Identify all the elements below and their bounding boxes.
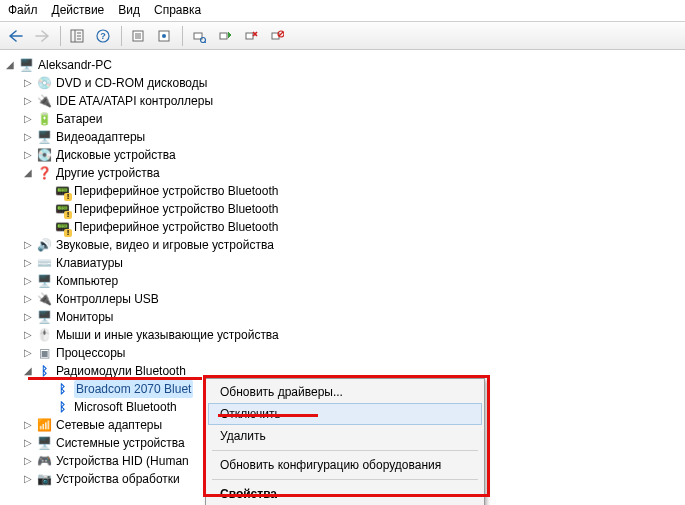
unknown-device-warning-icon: 📟: [54, 219, 70, 235]
tree-item-other[interactable]: ◢ ❓ Другие устройства: [4, 164, 681, 182]
tree-item-label: Периферийное устройство Bluetooth: [74, 218, 278, 236]
expander-icon[interactable]: ▷: [22, 74, 34, 92]
tree-item-label: Процессоры: [56, 344, 126, 362]
svg-rect-17: [246, 33, 253, 39]
dvd-drive-icon: 💿: [36, 75, 52, 91]
expander-icon[interactable]: ◢: [22, 362, 34, 380]
context-menu-refresh-hardware[interactable]: Обновить конфигурацию оборудования: [208, 454, 482, 476]
show-hide-tree-button[interactable]: [65, 25, 89, 47]
nav-back-button[interactable]: [4, 25, 28, 47]
sound-controller-icon: 🔊: [36, 237, 52, 253]
svg-text:?: ?: [100, 31, 106, 41]
usb-controller-icon: 🔌: [36, 291, 52, 307]
tree-item-label: Периферийное устройство Bluetooth: [74, 200, 278, 218]
menu-view[interactable]: Вид: [118, 3, 140, 17]
tree-item-monitors[interactable]: ▷ 🖥️ Мониторы: [4, 308, 681, 326]
expander-icon[interactable]: ▷: [22, 470, 34, 488]
hid-device-icon: 🎮: [36, 453, 52, 469]
tree-item-dvd[interactable]: ▷ 💿 DVD и CD-ROM дисководы: [4, 74, 681, 92]
tree-item-label: Мониторы: [56, 308, 113, 326]
tree-item-bt-periph[interactable]: 📟 Периферийное устройство Bluetooth: [4, 218, 681, 236]
menu-help[interactable]: Справка: [154, 3, 201, 17]
scan-hardware-button[interactable]: [187, 25, 211, 47]
context-menu-disable[interactable]: Отключить: [208, 403, 482, 425]
expander-icon[interactable]: ▷: [22, 272, 34, 290]
tree-item-label: Звуковые, видео и игровые устройства: [56, 236, 274, 254]
tree-item-sound[interactable]: ▷ 🔊 Звуковые, видео и игровые устройства: [4, 236, 681, 254]
bluetooth-icon: ᛒ: [54, 381, 70, 397]
tree-item-mice[interactable]: ▷ 🖱️ Мыши и иные указывающие устройства: [4, 326, 681, 344]
menu-file[interactable]: Файл: [8, 3, 38, 17]
properties-button[interactable]: [126, 25, 150, 47]
expander-icon[interactable]: ▷: [22, 146, 34, 164]
tree-item-label: Системные устройства: [56, 434, 185, 452]
tree-item-label: Клавиатуры: [56, 254, 123, 272]
menu-action[interactable]: Действие: [52, 3, 105, 17]
toolbar-separator: [182, 26, 183, 46]
toolbar: ?: [0, 22, 685, 50]
tree-item-label: Контроллеры USB: [56, 290, 159, 308]
toolbar-separator: [121, 26, 122, 46]
bluetooth-icon: ᛒ: [36, 363, 52, 379]
imaging-device-icon: 📷: [36, 471, 52, 487]
expander-icon[interactable]: ▷: [22, 128, 34, 146]
other-devices-icon: ❓: [36, 165, 52, 181]
context-menu-separator: [212, 450, 478, 451]
expander-icon[interactable]: ▷: [22, 452, 34, 470]
expander-icon[interactable]: ▷: [22, 236, 34, 254]
bluetooth-icon: ᛒ: [54, 399, 70, 415]
expander-icon[interactable]: ▷: [22, 110, 34, 128]
tree-item-bt-periph[interactable]: 📟 Периферийное устройство Bluetooth: [4, 200, 681, 218]
tree-item-label-selected: Broadcom 2070 Bluet: [74, 380, 193, 398]
tree-item-computer[interactable]: ▷ 🖥️ Компьютер: [4, 272, 681, 290]
tree-item-label: Сетевые адаптеры: [56, 416, 162, 434]
ide-controller-icon: 🔌: [36, 93, 52, 109]
tree-item-usb[interactable]: ▷ 🔌 Контроллеры USB: [4, 290, 681, 308]
disk-drive-icon: 💽: [36, 147, 52, 163]
expander-icon[interactable]: ▷: [22, 344, 34, 362]
computer-icon: 🖥️: [18, 57, 34, 73]
tree-item-label: Microsoft Bluetooth: [74, 398, 177, 416]
context-menu-update-drivers[interactable]: Обновить драйверы...: [208, 381, 482, 403]
disable-button[interactable]: [265, 25, 289, 47]
tree-item-ide[interactable]: ▷ 🔌 IDE ATA/ATAPI контроллеры: [4, 92, 681, 110]
action-button[interactable]: [152, 25, 176, 47]
tree-item-label: Компьютер: [56, 272, 118, 290]
context-menu-separator: [212, 479, 478, 480]
tree-item-disk[interactable]: ▷ 💽 Дисковые устройства: [4, 146, 681, 164]
help-button[interactable]: ?: [91, 25, 115, 47]
expander-icon[interactable]: ▷: [22, 254, 34, 272]
tree-item-battery[interactable]: ▷ 🔋 Батареи: [4, 110, 681, 128]
tree-item-label: Мыши и иные указывающие устройства: [56, 326, 279, 344]
context-menu-delete[interactable]: Удалить: [208, 425, 482, 447]
tree-root[interactable]: ◢ 🖥️ Aleksandr-PC: [4, 56, 681, 74]
context-menu: Обновить драйверы... Отключить Удалить О…: [205, 378, 485, 505]
tree-item-keyboards[interactable]: ▷ ⌨️ Клавиатуры: [4, 254, 681, 272]
svg-line-22: [279, 32, 283, 36]
expander-icon[interactable]: ▷: [22, 326, 34, 344]
expander-icon[interactable]: ◢: [22, 164, 34, 182]
expander-icon[interactable]: ▷: [22, 416, 34, 434]
update-driver-button[interactable]: [213, 25, 237, 47]
tree-item-label: Видеоадаптеры: [56, 128, 145, 146]
tree-item-video[interactable]: ▷ 🖥️ Видеоадаптеры: [4, 128, 681, 146]
expander-icon[interactable]: ▷: [22, 308, 34, 326]
monitor-icon: 🖥️: [36, 309, 52, 325]
battery-icon: 🔋: [36, 111, 52, 127]
expander-icon[interactable]: ▷: [22, 290, 34, 308]
tree-item-label: Устройства обработки: [56, 470, 180, 488]
unknown-device-warning-icon: 📟: [54, 201, 70, 217]
uninstall-button[interactable]: [239, 25, 263, 47]
tree-item-bt-periph[interactable]: 📟 Периферийное устройство Bluetooth: [4, 182, 681, 200]
expander-icon[interactable]: ◢: [4, 56, 16, 74]
expander-icon[interactable]: ▷: [22, 434, 34, 452]
context-menu-properties[interactable]: Свойства: [208, 483, 482, 505]
tree-root-label: Aleksandr-PC: [38, 56, 112, 74]
computer-category-icon: 🖥️: [36, 273, 52, 289]
unknown-device-warning-icon: 📟: [54, 183, 70, 199]
expander-icon[interactable]: ▷: [22, 92, 34, 110]
tree-item-label: DVD и CD-ROM дисководы: [56, 74, 207, 92]
tree-item-label: Устройства HID (Human: [56, 452, 189, 470]
nav-forward-button[interactable]: [30, 25, 54, 47]
tree-item-cpu[interactable]: ▷ ▣ Процессоры: [4, 344, 681, 362]
